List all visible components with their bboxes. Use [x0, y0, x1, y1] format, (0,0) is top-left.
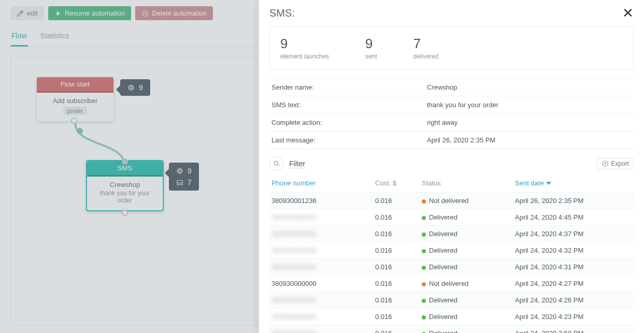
cell-cost: 0.016: [375, 313, 422, 321]
table-row[interactable]: 3809300000000.016DeliveredApril 24, 2020…: [269, 242, 634, 258]
cell-cost: 0.016: [375, 280, 422, 287]
cell-phone: 380930000000: [271, 263, 375, 271]
status-text: Delivered: [429, 230, 457, 238]
meta-val: Crewshop: [427, 83, 457, 91]
cell-phone: 380930000000: [271, 296, 375, 304]
status-dot-icon: [422, 282, 426, 286]
cell-phone: 380930000000: [271, 280, 375, 287]
col-date-label: Sent date: [515, 179, 544, 187]
cell-date: April 24, 2020 3:59 PM: [515, 329, 632, 333]
col-cost[interactable]: Cost, $: [375, 179, 422, 187]
cell-status: Delivered: [422, 213, 515, 221]
search-button[interactable]: [269, 156, 284, 171]
export-button[interactable]: Export: [597, 158, 634, 169]
export-button-label: Export: [611, 160, 629, 167]
table-row[interactable]: 3809300012360.016Not deliveredApril 26, …: [269, 192, 634, 209]
filter-link[interactable]: Filter: [289, 160, 305, 168]
close-icon[interactable]: ✕: [622, 6, 634, 20]
cell-phone: 380930000000: [271, 247, 375, 254]
meta-val: April 26, 2020 2:35 PM: [427, 136, 495, 144]
table-row[interactable]: 3809300000000.016Not deliveredApril 24, …: [269, 275, 634, 292]
status-dot-icon: [422, 216, 426, 220]
cell-date: April 24, 2020 4:26 PM: [515, 296, 632, 304]
cell-cost: 0.016: [375, 296, 422, 304]
sms-log-table: Phone number Cost, $ Status Sent date 38…: [269, 176, 634, 333]
cell-cost: 0.016: [375, 197, 422, 205]
modal-backdrop[interactable]: [0, 0, 259, 333]
meta-key: Complete action:: [271, 119, 427, 126]
status-text: Delivered: [429, 263, 457, 271]
cell-date: April 24, 2020 4:31 PM: [515, 263, 632, 271]
meta-row-lastmsg: Last message: April 26, 2020 2:35 PM: [269, 132, 634, 149]
search-icon: [273, 160, 280, 167]
stat-label: element launches: [280, 53, 329, 60]
svg-point-3: [274, 161, 278, 165]
status-dot-icon: [422, 315, 426, 320]
stat-sent: 9 sent: [365, 36, 377, 60]
meta-row-text: SMS text: thank you for your order: [269, 96, 634, 114]
cell-cost: 0.016: [375, 247, 422, 254]
col-status[interactable]: Status: [422, 179, 515, 187]
meta-val: right away: [427, 119, 457, 126]
cell-date: April 24, 2020 4:27 PM: [515, 280, 632, 287]
cell-date: April 24, 2020 4:23 PM: [515, 313, 632, 321]
cell-date: April 24, 2020 4:32 PM: [515, 247, 632, 254]
cell-date: April 26, 2020 2:35 PM: [515, 197, 632, 205]
stat-value: 9: [280, 36, 329, 52]
cell-status: Delivered: [422, 313, 515, 321]
cell-phone: 380930000000: [271, 329, 375, 333]
table-row[interactable]: 3809300000000.016DeliveredApril 24, 2020…: [269, 292, 634, 308]
meta-table: Sender name: Crewshop SMS text: thank yo…: [269, 78, 634, 149]
cell-date: April 24, 2020 4:37 PM: [515, 230, 632, 238]
sms-detail-panel: SMS: ✕ 9 element launches 9 sent 7 deliv…: [259, 0, 644, 333]
table-row[interactable]: 3809300000000.016DeliveredApril 24, 2020…: [269, 209, 634, 225]
cell-status: Delivered: [422, 329, 515, 333]
cell-status: Not delivered: [422, 280, 515, 287]
table-row[interactable]: 3809300000000.016DeliveredApril 24, 2020…: [269, 325, 634, 333]
cell-cost: 0.016: [375, 263, 422, 271]
stats-summary: 9 element launches 9 sent 7 delivered: [269, 26, 634, 70]
cell-status: Delivered: [422, 247, 515, 254]
cell-date: April 24, 2020 4:45 PM: [515, 213, 632, 221]
status-text: Delivered: [429, 213, 457, 221]
status-text: Delivered: [429, 329, 457, 333]
meta-key: Last message:: [271, 136, 427, 144]
cell-cost: 0.016: [375, 230, 422, 238]
meta-row-sender: Sender name: Crewshop: [269, 78, 634, 96]
cell-status: Delivered: [422, 296, 515, 304]
meta-val: thank you for your order: [427, 101, 498, 109]
cell-status: Not delivered: [422, 197, 515, 205]
stat-delivered: 7 delivered: [413, 36, 439, 60]
status-text: Not delivered: [429, 197, 469, 205]
col-phone[interactable]: Phone number: [271, 179, 375, 187]
status-text: Not delivered: [429, 280, 469, 287]
table-row[interactable]: 3809300000000.016DeliveredApril 24, 2020…: [269, 258, 634, 275]
cell-cost: 0.016: [375, 329, 422, 333]
cell-phone: 380930000000: [271, 213, 375, 221]
table-header: Phone number Cost, $ Status Sent date: [269, 176, 634, 192]
col-date[interactable]: Sent date: [515, 179, 632, 187]
stat-label: delivered: [413, 53, 439, 60]
status-dot-icon: [422, 199, 426, 204]
panel-title: SMS:: [269, 7, 295, 19]
stat-value: 7: [413, 36, 439, 52]
download-icon: [602, 160, 609, 167]
table-row[interactable]: 3809300000000.016DeliveredApril 24, 2020…: [269, 308, 634, 325]
cell-phone: 380930000000: [271, 313, 375, 321]
status-dot-icon: [422, 299, 426, 303]
status-text: Delivered: [429, 296, 457, 304]
status-text: Delivered: [429, 247, 457, 254]
status-text: Delivered: [429, 313, 457, 321]
table-row[interactable]: 3809300000000.016DeliveredApril 24, 2020…: [269, 225, 634, 242]
cell-cost: 0.016: [375, 213, 422, 221]
cell-phone: 380930000000: [271, 230, 375, 238]
cell-status: Delivered: [422, 263, 515, 271]
status-dot-icon: [422, 233, 426, 237]
filter-row: Filter Export: [269, 156, 634, 171]
stat-value: 9: [365, 36, 377, 52]
status-dot-icon: [422, 266, 426, 270]
meta-row-action: Complete action: right away: [269, 114, 634, 132]
sort-desc-icon: [546, 182, 551, 185]
cell-phone: 380930001236: [271, 197, 375, 205]
cell-status: Delivered: [422, 230, 515, 238]
